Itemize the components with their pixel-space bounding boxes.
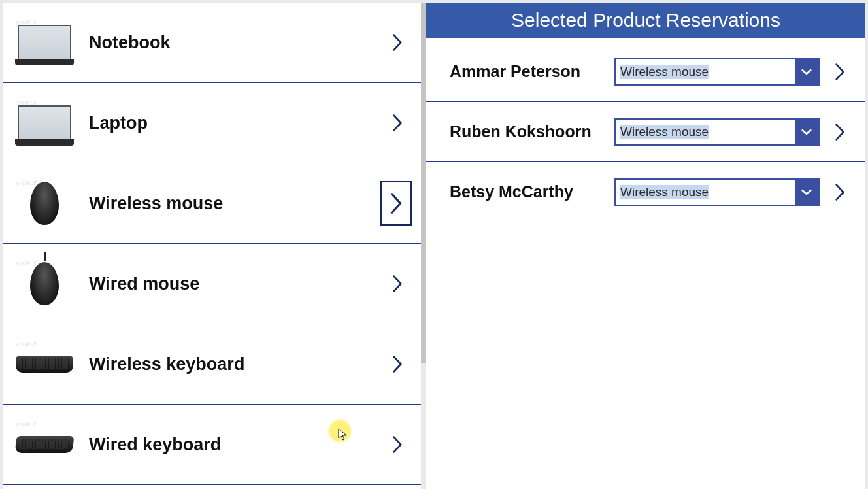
chevron-right-icon[interactable]: [383, 109, 412, 137]
chevron-right-icon[interactable]: [829, 61, 851, 83]
product-label: Wireless keyboard: [89, 354, 383, 375]
reservations-header: Selected Product Reservations: [426, 3, 865, 38]
product-select-value: Wireless mouse: [616, 180, 795, 205]
reservations-pane: Selected Product Reservations Ammar Pete…: [426, 3, 865, 489]
product-select-value: Wireless mouse: [616, 120, 795, 144]
product-thumbnail: SAMPLE: [14, 97, 75, 148]
product-select-value: Wireless mouse: [616, 59, 795, 84]
chevron-right-icon[interactable]: [383, 350, 412, 379]
product-thumbnail: SAMPLE: [14, 339, 75, 390]
product-thumbnail: SAMPLE: [14, 17, 75, 68]
reservation-row: Ruben Kokshoorn Wireless mouse: [426, 102, 865, 162]
app-root: SAMPLE Notebook SAMPLE Laptop SAMPLE Wir…: [0, 0, 868, 489]
product-label: Wired mouse: [89, 274, 383, 294]
chevron-right-icon[interactable]: [383, 269, 412, 298]
chevron-down-icon[interactable]: [795, 59, 818, 84]
chevron-down-icon[interactable]: [795, 180, 818, 205]
chevron-right-icon[interactable]: [383, 28, 412, 57]
product-select[interactable]: Wireless mouse: [614, 58, 820, 86]
product-select[interactable]: Wireless mouse: [614, 178, 820, 206]
chevron-right-icon[interactable]: [829, 121, 851, 143]
reservation-row: Ammar Peterson Wireless mouse: [426, 42, 865, 102]
chevron-down-icon[interactable]: [795, 120, 818, 144]
person-name: Ammar Peterson: [450, 62, 614, 81]
product-row[interactable]: SAMPLE Wireless keyboard: [3, 324, 421, 405]
person-name: Ruben Kokshoorn: [450, 122, 614, 141]
product-row[interactable]: SAMPLE Wireless mouse: [3, 163, 421, 244]
product-thumbnail: SAMPLE: [14, 419, 75, 470]
product-thumbnail: SAMPLE: [14, 258, 75, 309]
product-list-pane: SAMPLE Notebook SAMPLE Laptop SAMPLE Wir…: [3, 3, 421, 489]
product-row[interactable]: SAMPLE Wired keyboard: [3, 405, 421, 485]
product-row[interactable]: SAMPLE Wired mouse: [3, 244, 421, 324]
product-row[interactable]: SAMPLE Laptop: [3, 83, 421, 163]
chevron-right-icon[interactable]: [829, 181, 851, 203]
product-label: Laptop: [89, 113, 383, 133]
product-row[interactable]: SAMPLE Notebook: [3, 3, 421, 83]
chevron-right-icon[interactable]: [383, 430, 412, 459]
product-label: Wired keyboard: [89, 435, 383, 455]
reservation-row: Betsy McCarthy Wireless mouse: [426, 162, 865, 222]
chevron-right-icon[interactable]: [380, 181, 412, 226]
person-name: Betsy McCarthy: [450, 182, 614, 201]
vertical-scrollbar[interactable]: [421, 3, 426, 363]
product-label: Wireless mouse: [89, 194, 380, 214]
product-label: Notebook: [89, 33, 383, 53]
product-thumbnail: SAMPLE: [14, 178, 75, 229]
product-select[interactable]: Wireless mouse: [614, 118, 820, 146]
